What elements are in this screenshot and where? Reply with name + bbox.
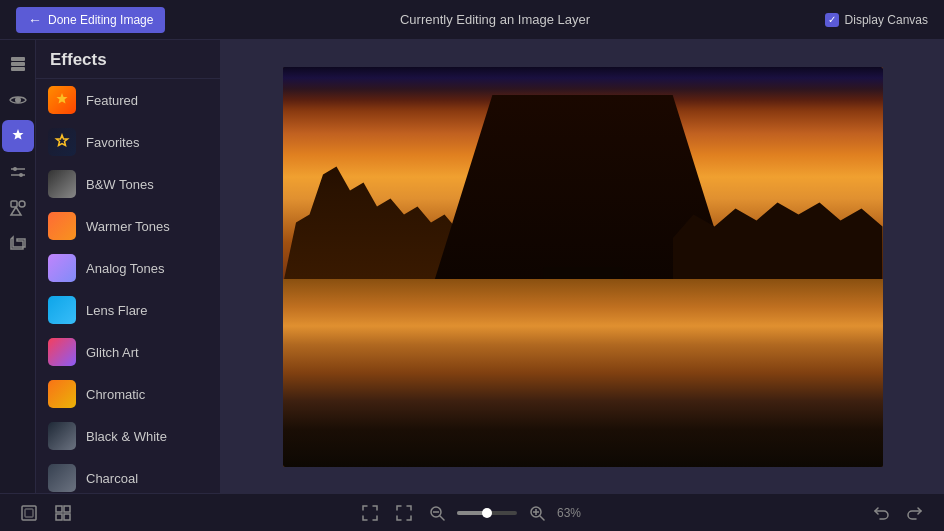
effect-icon-featured — [48, 86, 76, 114]
effect-item-glitch-art[interactable]: Glitch Art — [36, 331, 220, 373]
effect-label-warmer-tones: Warmer Tones — [86, 219, 170, 234]
icon-sidebar — [0, 40, 36, 493]
effect-item-favorites[interactable]: Favorites — [36, 121, 220, 163]
zoom-slider-handle — [482, 508, 492, 518]
canvas-area — [221, 40, 944, 493]
zoom-percent-label: 63% — [557, 506, 587, 520]
sidebar-item-layers[interactable] — [2, 48, 34, 80]
effects-header: Effects — [36, 40, 220, 79]
effect-item-black-white[interactable]: Black & White — [36, 415, 220, 457]
top-bar: ← Done Editing Image Currently Editing a… — [0, 0, 944, 40]
sidebar-item-effects[interactable] — [2, 120, 34, 152]
bottom-right-tools — [868, 500, 928, 526]
effect-label-chromatic: Chromatic — [86, 387, 145, 402]
effect-item-bw-tones[interactable]: B&W Tones — [36, 163, 220, 205]
effect-icon-warmer-tones — [48, 212, 76, 240]
effect-label-glitch-art: Glitch Art — [86, 345, 139, 360]
effect-label-lens-flare: Lens Flare — [86, 303, 147, 318]
zoom-control: 63% — [357, 500, 587, 526]
effects-panel: Effects FeaturedFavoritesB&W TonesWarmer… — [36, 40, 221, 493]
svg-rect-2 — [11, 67, 25, 71]
display-canvas-checkbox[interactable]: ✓ — [825, 13, 839, 27]
sidebar-item-visibility[interactable] — [2, 84, 34, 116]
zoom-in-button[interactable] — [525, 501, 549, 525]
svg-rect-14 — [56, 514, 62, 520]
sidebar-item-crop[interactable] — [2, 228, 34, 260]
effect-icon-favorites — [48, 128, 76, 156]
effect-item-warmer-tones[interactable]: Warmer Tones — [36, 205, 220, 247]
effect-label-bw-tones: B&W Tones — [86, 177, 154, 192]
svg-rect-11 — [25, 509, 33, 517]
canvas-image — [283, 67, 883, 467]
done-button-label: Done Editing Image — [48, 13, 153, 27]
grid-tool-button[interactable] — [50, 500, 76, 526]
svg-rect-10 — [22, 506, 36, 520]
frame-tool-button[interactable] — [16, 500, 42, 526]
zoom-out-button[interactable] — [425, 501, 449, 525]
svg-rect-15 — [64, 514, 70, 520]
effect-icon-analog-tones — [48, 254, 76, 282]
actual-size-button[interactable] — [391, 500, 417, 526]
effect-item-chromatic[interactable]: Chromatic — [36, 373, 220, 415]
bottom-toolbar: 63% — [0, 493, 944, 531]
sidebar-item-adjust[interactable] — [2, 156, 34, 188]
done-editing-button[interactable]: ← Done Editing Image — [16, 7, 165, 33]
scene-water — [283, 279, 883, 467]
undo-button[interactable] — [868, 500, 894, 526]
svg-point-9 — [19, 201, 25, 207]
effect-label-black-white: Black & White — [86, 429, 167, 444]
fit-view-button[interactable] — [357, 500, 383, 526]
effect-icon-chromatic — [48, 380, 76, 408]
effects-list: FeaturedFavoritesB&W TonesWarmer TonesAn… — [36, 79, 220, 493]
svg-line-20 — [540, 516, 544, 520]
svg-point-3 — [15, 97, 21, 103]
effect-label-favorites: Favorites — [86, 135, 139, 150]
bottom-left-tools — [16, 500, 76, 526]
effect-icon-charcoal — [48, 464, 76, 492]
svg-rect-0 — [11, 57, 25, 61]
sidebar-item-shapes[interactable] — [2, 192, 34, 224]
main-layout: Effects FeaturedFavoritesB&W TonesWarmer… — [0, 40, 944, 493]
effect-item-charcoal[interactable]: Charcoal — [36, 457, 220, 493]
effect-icon-black-white — [48, 422, 76, 450]
scene-bridge — [543, 267, 623, 279]
effect-label-analog-tones: Analog Tones — [86, 261, 165, 276]
redo-button[interactable] — [902, 500, 928, 526]
effect-label-charcoal: Charcoal — [86, 471, 138, 486]
effect-item-featured[interactable]: Featured — [36, 79, 220, 121]
page-title: Currently Editing an Image Layer — [400, 12, 590, 27]
svg-line-17 — [440, 516, 444, 520]
effect-item-lens-flare[interactable]: Lens Flare — [36, 289, 220, 331]
effect-icon-glitch-art — [48, 338, 76, 366]
effect-label-featured: Featured — [86, 93, 138, 108]
back-arrow-icon: ← — [28, 12, 42, 28]
effect-icon-lens-flare — [48, 296, 76, 324]
effect-icon-bw-tones — [48, 170, 76, 198]
display-canvas-label: Display Canvas — [845, 13, 928, 27]
zoom-slider[interactable] — [457, 511, 517, 515]
display-canvas-control[interactable]: ✓ Display Canvas — [825, 13, 928, 27]
svg-rect-1 — [11, 62, 25, 66]
svg-rect-12 — [56, 506, 62, 512]
svg-rect-13 — [64, 506, 70, 512]
effect-item-analog-tones[interactable]: Analog Tones — [36, 247, 220, 289]
